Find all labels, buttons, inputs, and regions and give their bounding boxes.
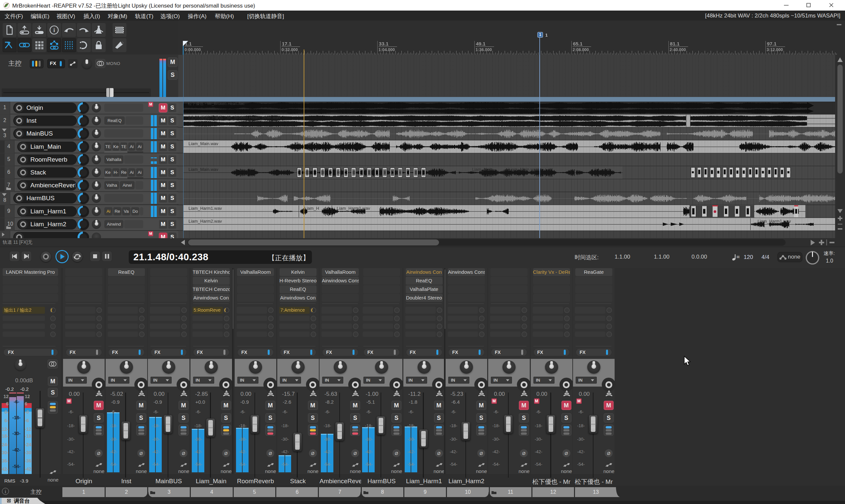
svg-text:i: i	[53, 27, 55, 33]
